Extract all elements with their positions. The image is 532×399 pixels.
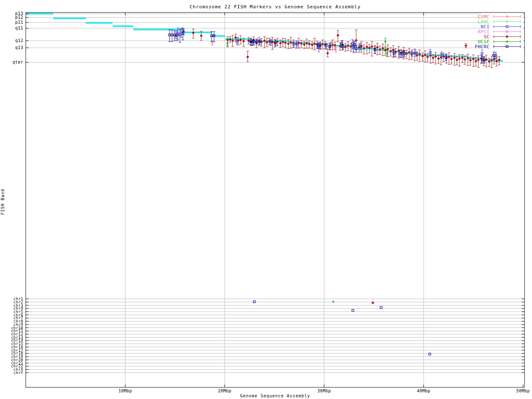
band-tick-label: p12: [15, 15, 23, 20]
x-tick-label: 30Mbp: [318, 389, 331, 393]
legend-label-FHCRC: FHCRC: [475, 44, 490, 49]
series-SC: [175, 29, 500, 304]
plot-canvas: 10Mbp20Mbp30Mbp40Mbp50Mbpp13p12p11q11q12…: [0, 0, 532, 399]
chr-tick-label: chrY: [13, 371, 23, 375]
x-tick-label: 50Mbp: [516, 389, 530, 393]
fish-marker-chart: Chromosome 22 FISH Markers vs Genome Seq…: [0, 0, 532, 399]
gridlines: [26, 12, 525, 387]
axes: 10Mbp20Mbp30Mbp40Mbp50Mbpp13p12p11q11q12…: [11, 11, 530, 393]
band-tick-label: qter: [12, 60, 23, 64]
band-tick-label: p11: [15, 20, 23, 25]
band-tick-label: q13: [15, 45, 23, 50]
x-tick-label: 10Mbp: [118, 389, 132, 393]
series-FHCRC: [168, 28, 497, 355]
legend: CSMCLANLNCIRPCISCUCSFFHCRC: [475, 13, 524, 49]
series-UCSF: [226, 38, 388, 303]
x-tick-label: 40Mbp: [417, 389, 431, 393]
band-tick-label: q11: [15, 26, 23, 30]
band-tick-label: q12: [15, 38, 23, 43]
x-tick-label: 20Mbp: [218, 389, 232, 393]
